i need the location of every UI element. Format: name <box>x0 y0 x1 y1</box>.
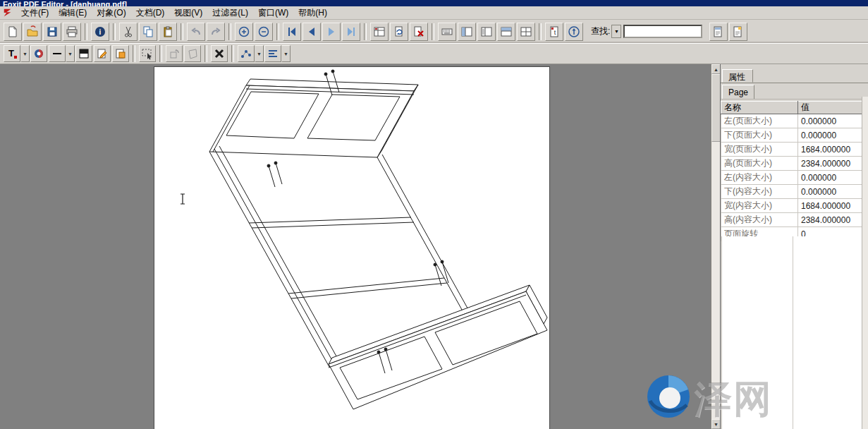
redo-icon <box>209 25 222 38</box>
page-tab-strip: Page <box>721 85 868 99</box>
undo-button[interactable] <box>187 23 205 41</box>
rotate-page-icon <box>393 25 405 38</box>
color-picker-button[interactable] <box>30 45 47 62</box>
search-document-button[interactable] <box>709 23 728 41</box>
find-dropdown-button[interactable]: ▼ <box>611 25 621 38</box>
property-value[interactable]: 2384.000000 <box>798 213 868 227</box>
menu-file[interactable]: 文件(F) <box>16 6 54 20</box>
pdf-page[interactable] <box>154 66 550 429</box>
property-name: 左(页面大小) <box>721 114 798 128</box>
line-width-button[interactable] <box>49 45 66 62</box>
keyboard-icon <box>441 25 453 38</box>
save-icon <box>46 25 59 38</box>
first-page-button[interactable] <box>283 23 301 41</box>
node-edit-dropdown[interactable]: ▼ <box>255 45 264 62</box>
menu-document[interactable]: 文档(D) <box>131 6 170 20</box>
split-vertical-icon <box>460 25 473 38</box>
previous-page-icon <box>305 25 318 38</box>
line-icon <box>51 47 63 60</box>
page-form-button[interactable] <box>370 23 389 41</box>
search-results-icon <box>732 25 745 38</box>
last-page-button[interactable] <box>342 23 360 41</box>
property-value[interactable]: 2384.000000 <box>798 157 868 171</box>
zoom-out-icon <box>257 25 270 38</box>
menu-help[interactable]: 帮助(H) <box>293 6 332 20</box>
rotate-object-button[interactable] <box>166 45 183 62</box>
edit-content-button[interactable] <box>112 45 129 62</box>
menu-object[interactable]: 对象(O) <box>92 6 130 20</box>
menu-window[interactable]: 窗口(W) <box>253 6 293 20</box>
tab-page[interactable]: Page <box>722 85 754 99</box>
search-results-button[interactable] <box>729 23 747 41</box>
property-value[interactable]: 1684.000000 <box>798 143 868 157</box>
next-page-icon <box>325 25 338 38</box>
split-horizontal-button[interactable] <box>497 23 515 41</box>
line-width-dropdown[interactable]: ▼ <box>66 45 75 62</box>
delete-page-button[interactable] <box>410 23 428 41</box>
edit-object-icon <box>96 47 109 60</box>
next-page-button[interactable] <box>322 23 341 41</box>
fill-style-button[interactable] <box>75 45 92 62</box>
tools-button[interactable] <box>211 45 228 62</box>
edit-object-button[interactable] <box>94 45 111 62</box>
find-input[interactable] <box>623 25 702 38</box>
text-tool-dropdown[interactable]: ▼ <box>21 45 30 62</box>
text-tool-icon: T <box>6 47 18 60</box>
align-dropdown[interactable]: ▼ <box>282 45 291 62</box>
zoom-out-button[interactable] <box>255 23 273 41</box>
redo-button[interactable] <box>207 23 225 41</box>
table-row: 下(内容大小) 0.000000 <box>721 185 868 199</box>
menu-view[interactable]: 视图(V) <box>169 6 207 20</box>
vertical-scrollbar[interactable]: ▲ ▼ <box>711 64 720 429</box>
node-edit-button[interactable] <box>238 45 255 62</box>
panel-scrollbar[interactable] <box>862 97 868 429</box>
table-row: 宽(内容大小) 1684.000000 <box>721 199 868 213</box>
previous-page-button[interactable] <box>302 23 321 41</box>
distort-object-button[interactable] <box>184 45 201 62</box>
save-button[interactable] <box>43 23 61 41</box>
copy-button[interactable] <box>139 23 157 41</box>
property-value[interactable]: 0.000000 <box>798 185 868 199</box>
color-swirl-icon <box>32 47 45 60</box>
new-document-button[interactable] <box>4 23 22 41</box>
document-info-button[interactable]: i <box>91 23 109 41</box>
column-header-name[interactable]: 名称 <box>721 102 798 114</box>
property-value[interactable]: 1684.000000 <box>798 199 868 213</box>
split-quad-button[interactable] <box>517 23 535 41</box>
text-tool-button[interactable]: T <box>4 45 20 62</box>
menu-filter[interactable]: 过滤器(L) <box>207 6 253 20</box>
menu-bar: 文件(F) 编辑(E) 对象(O) 文档(D) 视图(V) 过滤器(L) 窗口(… <box>0 6 868 20</box>
print-button[interactable] <box>63 23 81 41</box>
copy-icon <box>142 25 154 38</box>
rotate-page-button[interactable] <box>390 23 408 41</box>
column-header-value[interactable]: 值 <box>798 102 868 114</box>
select-object-button[interactable] <box>139 45 156 62</box>
toolbar-separator <box>231 45 234 62</box>
property-value[interactable]: 0.000000 <box>798 114 868 128</box>
property-value[interactable]: 0.000000 <box>798 128 868 143</box>
marquee-select-icon <box>141 47 154 60</box>
find-group: 查找: ▼ <box>591 25 702 38</box>
search-document-icon <box>712 25 725 38</box>
align-button[interactable] <box>264 45 281 62</box>
tab-properties[interactable]: 属性 <box>722 69 753 83</box>
toolbar-separator <box>159 45 162 62</box>
menu-edit[interactable]: 编辑(E) <box>54 6 92 20</box>
zoom-in-button[interactable] <box>235 23 253 41</box>
property-name: 下(内容大小) <box>721 185 798 199</box>
paste-button[interactable] <box>159 23 177 41</box>
property-value[interactable]: 0.000000 <box>798 171 868 185</box>
split-list-button[interactable] <box>477 23 496 41</box>
document-canvas[interactable] <box>0 64 711 429</box>
upload-button[interactable] <box>565 23 583 41</box>
text-extract-button[interactable]: t <box>545 23 563 41</box>
cut-button[interactable] <box>119 23 137 41</box>
hex-view-button[interactable] <box>438 23 456 41</box>
toolbar-separator <box>276 23 279 40</box>
split-vertical-button[interactable] <box>458 23 476 41</box>
wrench-cross-icon <box>213 47 226 60</box>
open-folder-icon <box>26 25 39 38</box>
open-button[interactable] <box>23 23 42 41</box>
split-quad-icon <box>520 25 532 38</box>
split-list-icon <box>480 25 493 38</box>
